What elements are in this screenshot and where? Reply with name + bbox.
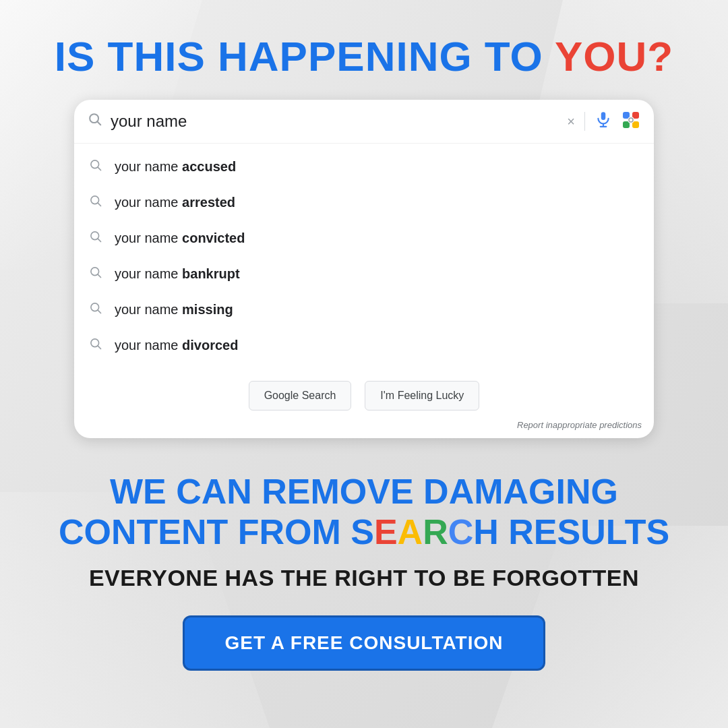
svg-line-18 bbox=[98, 274, 101, 278]
suggestion-prefix: your name bbox=[115, 338, 182, 353]
search-icon bbox=[88, 112, 102, 131]
suggestion-bold: convicted bbox=[182, 231, 245, 245]
suggestion-search-icon bbox=[89, 301, 102, 318]
google-search-box: your name × bbox=[74, 100, 654, 438]
suggestion-bold: arrested bbox=[182, 195, 235, 210]
suggestion-prefix: your name bbox=[115, 302, 182, 317]
forgotten-text: EVERYONE HAS THE RIGHT TO BE FORGOTTEN bbox=[59, 565, 669, 591]
suggestion-search-icon bbox=[89, 194, 102, 211]
suggestion-text: your name bankrupt bbox=[115, 266, 240, 282]
mic-icon[interactable] bbox=[595, 111, 612, 132]
svg-line-22 bbox=[98, 346, 101, 349]
svg-line-14 bbox=[98, 203, 101, 206]
svg-line-1 bbox=[97, 121, 100, 125]
search-bar: your name × bbox=[74, 100, 654, 144]
svg-line-20 bbox=[98, 310, 101, 313]
search-buttons-row: Google Search I'm Feeling Lucky bbox=[74, 369, 654, 420]
search-input-value[interactable]: your name bbox=[111, 112, 559, 131]
suggestion-bold: bankrupt bbox=[182, 266, 240, 281]
google-search-button[interactable]: Google Search bbox=[249, 381, 352, 411]
suggestion-search-icon bbox=[89, 158, 102, 175]
suggestion-prefix: your name bbox=[115, 266, 182, 281]
suggestion-item[interactable]: your name arrested bbox=[74, 185, 654, 220]
suggestion-text: your name arrested bbox=[115, 195, 235, 210]
lens-icon[interactable] bbox=[621, 111, 640, 132]
feeling-lucky-button[interactable]: I'm Feeling Lucky bbox=[365, 381, 479, 411]
vertical-divider bbox=[584, 112, 585, 131]
suggestion-item[interactable]: your name convicted bbox=[74, 220, 654, 256]
suggestion-text: your name divorced bbox=[115, 338, 238, 353]
remove-headline: WE CAN REMOVE DAMAGING CONTENT FROM SEAR… bbox=[59, 472, 669, 553]
suggestion-text: your name missing bbox=[115, 302, 233, 317]
suggestion-item[interactable]: your name missing bbox=[74, 292, 654, 328]
main-headline: IS THIS HAPPENING TO YOU? bbox=[55, 34, 673, 80]
suggestion-bold: accused bbox=[182, 159, 236, 174]
remove-line2: CONTENT FROM SEARCH RESULTS bbox=[59, 512, 669, 553]
suggestion-bold: divorced bbox=[182, 338, 238, 353]
svg-line-16 bbox=[98, 239, 101, 242]
remove-line2-prefix: CONTENT FROM bbox=[59, 512, 351, 551]
cta-button[interactable]: GET A FREE CONSULTATION bbox=[183, 615, 546, 671]
remove-line2-suffix: RESULTS bbox=[499, 512, 669, 551]
suggestion-search-icon bbox=[89, 337, 102, 354]
suggestion-prefix: your name bbox=[115, 231, 182, 245]
report-link[interactable]: Report inappropriate predictions bbox=[74, 420, 654, 438]
svg-line-12 bbox=[98, 167, 101, 171]
bottom-section: WE CAN REMOVE DAMAGING CONTENT FROM SEAR… bbox=[59, 472, 669, 671]
suggestion-search-icon bbox=[89, 266, 102, 282]
suggestion-prefix: your name bbox=[115, 159, 182, 174]
suggestion-item[interactable]: your name accused bbox=[74, 149, 654, 185]
suggestion-item[interactable]: your name divorced bbox=[74, 328, 654, 363]
suggestion-text: your name accused bbox=[115, 159, 236, 175]
svg-rect-2 bbox=[601, 112, 606, 120]
suggestions-list: your name accused your name arrested y bbox=[74, 144, 654, 369]
search-styled-word: SEARCH bbox=[351, 512, 499, 551]
suggestion-bold: missing bbox=[182, 302, 233, 317]
headline-you: YOU? bbox=[555, 33, 673, 80]
headline-prefix: IS THIS HAPPENING TO bbox=[55, 33, 555, 80]
clear-button[interactable]: × bbox=[567, 114, 575, 129]
suggestion-prefix: your name bbox=[115, 195, 182, 210]
suggestion-search-icon bbox=[89, 230, 102, 247]
suggestion-text: your name convicted bbox=[115, 231, 245, 246]
remove-line1: WE CAN REMOVE DAMAGING bbox=[59, 472, 669, 512]
search-bar-actions: × bbox=[567, 111, 640, 132]
suggestion-item[interactable]: your name bankrupt bbox=[74, 256, 654, 292]
